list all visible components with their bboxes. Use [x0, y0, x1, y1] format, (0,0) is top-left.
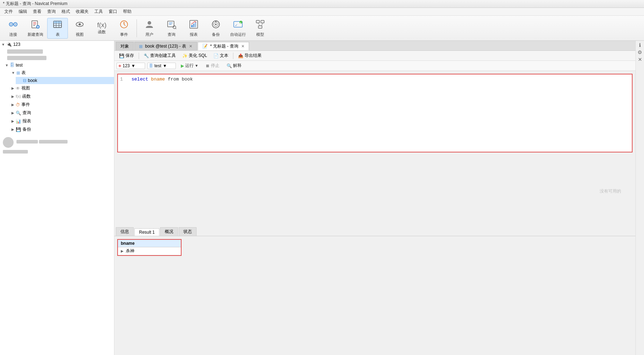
menu-window[interactable]: 窗口 [106, 8, 120, 15]
tab-table-label: book @test (123) - 表 [145, 43, 186, 49]
toolbar-backup-btn[interactable]: 备份 [205, 18, 226, 39]
tab-table[interactable]: ⊞ book @test (123) - 表 ✕ [134, 42, 197, 50]
beautify-button[interactable]: ✨ 美化 SQL [180, 52, 209, 60]
explain-button[interactable]: 🔍 解释 [224, 62, 244, 69]
text-button[interactable]: 📄 文本 [211, 52, 231, 60]
event-label: 事件 [120, 32, 128, 37]
export-label: 导出结果 [244, 53, 262, 59]
toolbar-model-btn[interactable]: 模型 [250, 18, 271, 39]
svg-point-39 [215, 24, 217, 25]
right-panel: ℹ ⚙ ✕ [635, 41, 644, 355]
svg-rect-4 [14, 23, 16, 25]
svg-rect-45 [261, 20, 264, 23]
sidebar-backup-section[interactable]: ▶ 💾 备份 [9, 125, 114, 133]
menu-format[interactable]: 格式 [59, 8, 73, 15]
new-query-icon [30, 19, 40, 31]
toolbar-view-btn[interactable]: 视图 [69, 18, 90, 39]
menu-view[interactable]: 查看 [30, 8, 44, 15]
connection-name: 123 [13, 42, 20, 47]
sidebar-view-section[interactable]: ▶ 👁 视图 [9, 84, 114, 92]
menu-tools[interactable]: 工具 [91, 8, 106, 15]
menu-file[interactable]: 文件 [1, 8, 16, 15]
function-section-label: 函数 [22, 93, 31, 99]
table-book-label: book [28, 78, 37, 83]
sql-editor[interactable]: 1 select bname from book [117, 74, 633, 152]
toolbar-user-btn[interactable]: 用户 [139, 18, 160, 39]
run-icon: ▶ [181, 63, 184, 68]
save-button[interactable]: 💾 保存 [117, 52, 137, 60]
sidebar-table-section[interactable]: ▼ ⊞ 表 [9, 69, 114, 77]
svg-rect-3 [10, 23, 12, 25]
toolbar-new-query-btn[interactable]: 新建查询 [25, 18, 46, 39]
toolbar-autorun-btn[interactable]: ✓ 自动运行 [228, 18, 248, 39]
no-data-area: 没有可用的 [114, 155, 635, 227]
result-tab-1-label: Result 1 [139, 230, 155, 235]
sql-table-book: book [182, 77, 193, 82]
tab-query-label: * 无标题 - 查询 [210, 43, 238, 49]
menu-edit[interactable]: 编辑 [16, 8, 30, 15]
toolbar-event-btn[interactable]: 事件 [114, 18, 134, 39]
export-button[interactable]: 📤 导出结果 [236, 52, 264, 60]
sidebar-connection-header[interactable]: ▼ 🔌 123 [0, 41, 114, 48]
settings-icon[interactable]: ⚙ [638, 49, 642, 55]
svg-rect-35 [193, 24, 194, 27]
sidebar-query-section[interactable]: ▶ 🔍 查询 [9, 109, 114, 117]
sidebar-table-book[interactable]: ⊟ book [16, 77, 114, 84]
svg-rect-17 [54, 21, 56, 23]
main-toolbar: 连接 新建查询 [0, 16, 644, 41]
db-selector[interactable]: 🗄 test ▼ [147, 63, 176, 69]
query-tab-icon: 📝 [202, 44, 208, 49]
close-icon[interactable]: ✕ [638, 57, 642, 62]
sidebar-db-section[interactable]: ▼ 🗄 test [0, 62, 114, 69]
query-section-icon: 🔍 [16, 111, 21, 116]
table-arrow: ▼ [11, 71, 15, 75]
qtoolbar-sep-1 [139, 53, 139, 59]
beautify-label: 美化 SQL [189, 53, 207, 59]
view-label: 视图 [76, 32, 84, 37]
toolbar-query-btn[interactable]: 查询 [161, 18, 182, 39]
toolbar-sep-1 [137, 19, 137, 37]
connection-selector[interactable]: ◈ 123 ▼ [117, 63, 145, 69]
menu-help[interactable]: 帮助 [120, 8, 134, 15]
result-tab-status[interactable]: 状态 [179, 227, 197, 236]
query-builder-button[interactable]: 🔧 查询创建工具 [141, 52, 178, 60]
tab-object[interactable]: 对象 [116, 42, 134, 50]
sidebar-function-section[interactable]: ▶ f(x) 函数 [9, 92, 114, 101]
menu-query[interactable]: 查询 [44, 8, 59, 15]
info-icon[interactable]: ℹ [639, 42, 641, 48]
run-button[interactable]: ▶ 运行 ▼ [178, 62, 201, 69]
result-tabs: 信息 Result 1 概况 状态 [114, 227, 635, 236]
autorun-icon: ✓ [233, 19, 243, 31]
toolbar-table-btn[interactable]: 表 [47, 18, 68, 39]
grid-row-1[interactable]: ▶ 杀神 [118, 247, 181, 255]
other-sections: ▶ 👁 视图 ▶ f(x) 函数 ▶ ⏱ 事件 ▶ 🔍 查询 ▶ 📊 [0, 84, 114, 133]
result-tab-info[interactable]: 信息 [116, 227, 134, 236]
result-tab-info-label: 信息 [120, 229, 129, 234]
explain-label: 解释 [233, 63, 242, 69]
user-icon [144, 19, 154, 31]
sidebar-report-section[interactable]: ▶ 📊 报表 [9, 117, 114, 125]
stop-button[interactable]: ⏹ 停止 [203, 62, 222, 69]
svg-point-27 [148, 21, 151, 25]
tab-table-close[interactable]: ✕ [189, 44, 192, 49]
result-tab-1[interactable]: Result 1 [134, 228, 159, 236]
toolbar-function-btn[interactable]: f(x) 函数 [91, 18, 112, 39]
query-icon [167, 19, 177, 31]
tab-query-close[interactable]: ✕ [241, 44, 244, 49]
sidebar-event-section[interactable]: ▶ ⏱ 事件 [9, 101, 114, 109]
toolbar-connect-btn[interactable]: 连接 [3, 18, 24, 39]
query-builder-icon: 🔧 [144, 53, 149, 58]
text-label: 文本 [220, 53, 228, 59]
result-tab-overview[interactable]: 概况 [160, 227, 178, 236]
tab-query[interactable]: 📝 * 无标题 - 查询 ✕ [198, 42, 249, 50]
toolbar-report-btn[interactable]: 报表 [183, 18, 204, 39]
menu-favorites[interactable]: 收藏夹 [73, 8, 91, 15]
svg-rect-28 [168, 21, 174, 27]
save-icon: 💾 [119, 53, 124, 58]
svg-point-43 [239, 21, 242, 24]
sql-line-1: 1 select bname from book [120, 77, 630, 82]
svg-line-32 [175, 28, 176, 29]
table-book-row: ⊟ book [9, 77, 114, 84]
view-section-label: 视图 [21, 85, 30, 91]
sidebar-blurred-1 [0, 48, 114, 55]
